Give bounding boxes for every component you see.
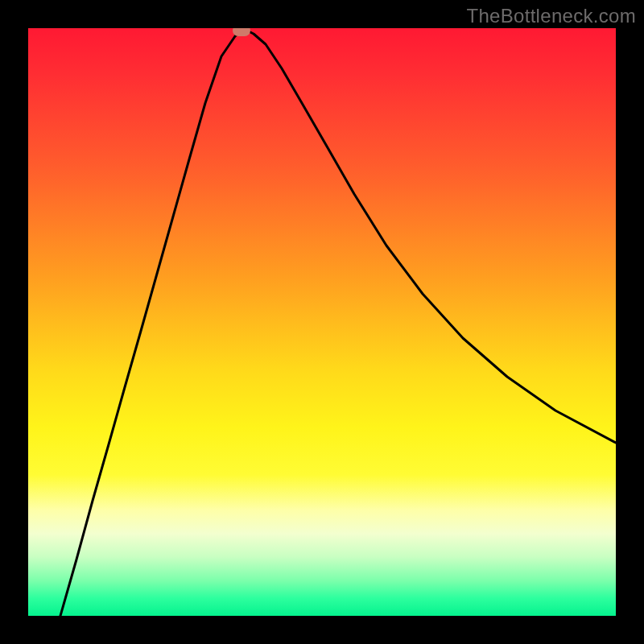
curve-svg <box>28 28 616 616</box>
chart-frame: TheBottleneck.com <box>0 0 644 644</box>
watermark-text: TheBottleneck.com <box>466 5 636 27</box>
bottleneck-curve <box>60 31 616 616</box>
plot-area <box>28 28 616 616</box>
optimal-point-marker <box>233 28 250 36</box>
